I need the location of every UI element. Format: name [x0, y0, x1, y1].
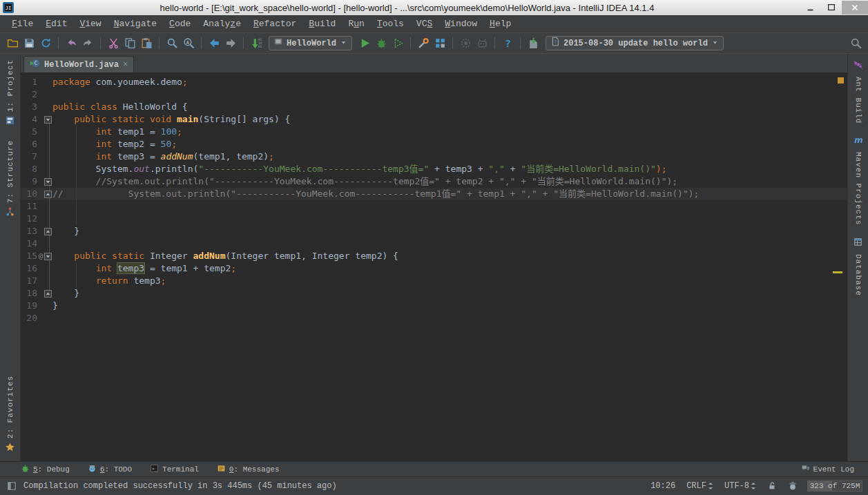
- gutter: 8: [21, 163, 52, 175]
- help-button[interactable]: ?: [499, 35, 516, 52]
- tab-close-icon[interactable]: ×: [123, 61, 128, 69]
- scrollbar-change-mark[interactable]: [833, 271, 842, 273]
- code-line-2[interactable]: 2: [21, 88, 847, 101]
- code-line-6[interactable]: 6 int temp2 = 50;: [21, 138, 847, 151]
- toolwindow-button-6-todo[interactable]: 6: TODO: [88, 464, 132, 475]
- toolwindow-toggle-icon[interactable]: [6, 480, 18, 492]
- unlock-icon[interactable]: [767, 481, 777, 491]
- fold-marker[interactable]: [44, 175, 52, 188]
- code-line-12[interactable]: 12: [21, 213, 847, 225]
- settings-button[interactable]: [415, 35, 432, 52]
- encoding-selector[interactable]: UTF-8: [724, 481, 756, 491]
- menu-edit[interactable]: Edit: [39, 15, 73, 33]
- toolwindow-button-5-debug[interactable]: 5: Debug: [21, 464, 70, 475]
- menu-build[interactable]: Build: [302, 15, 342, 33]
- menu-window[interactable]: Window: [438, 15, 483, 33]
- compare-lines-button[interactable]: 011001: [248, 35, 264, 52]
- gutter: 13: [21, 225, 52, 237]
- redo-button[interactable]: [79, 35, 96, 52]
- code-line-3[interactable]: 3public class HelloWorld {: [21, 101, 847, 113]
- project-structure-button[interactable]: [432, 35, 448, 52]
- menu-view[interactable]: View: [73, 15, 107, 33]
- menu-help[interactable]: Help: [483, 15, 517, 33]
- updown-icon: [708, 482, 713, 490]
- open-folder-button[interactable]: [4, 35, 21, 52]
- vcs-update-button[interactable]: [525, 35, 541, 52]
- menu-vcs[interactable]: VCS: [410, 15, 438, 33]
- code-line-16[interactable]: 16 int temp3 = temp1 + temp2;: [21, 262, 847, 275]
- minimize-button[interactable]: [800, 1, 821, 14]
- maximize-button[interactable]: [821, 1, 842, 14]
- menu-tools[interactable]: Tools: [371, 15, 410, 33]
- code-line-4[interactable]: 4 public static void main(String[] args)…: [21, 113, 847, 126]
- menu-refactor[interactable]: Refactor: [247, 15, 302, 33]
- search-everywhere-button[interactable]: [847, 35, 864, 52]
- toolwindow-button-0-messages[interactable]: 0: Messages: [217, 464, 280, 475]
- code-line-10[interactable]: 10// System.out.println("-----------YouM…: [21, 188, 847, 200]
- copy-button[interactable]: [122, 35, 138, 52]
- paste-button[interactable]: [138, 35, 155, 52]
- menu-run[interactable]: Run: [342, 15, 370, 33]
- fold-marker[interactable]: [44, 287, 52, 300]
- run-button[interactable]: [356, 35, 373, 52]
- find-button[interactable]: [164, 35, 180, 52]
- replace-button[interactable]: A: [180, 35, 197, 52]
- code-line-5[interactable]: 5 int temp1 = 100;: [21, 126, 847, 138]
- menu-code[interactable]: Code: [163, 15, 197, 33]
- code-line-1[interactable]: 1package com.youmeek.demo;: [21, 76, 847, 88]
- cut-button[interactable]: [105, 35, 122, 52]
- editor-tab-helloworld[interactable]: C HelloWorld.java ×: [23, 56, 134, 72]
- vcs-message-value: 2015-08-30 update hello world: [563, 39, 708, 48]
- stripe-button-7-structure[interactable]: 7: Structure: [5, 135, 15, 226]
- code-text: int temp3 = temp1 + temp2;: [52, 262, 847, 275]
- hector-inspections-icon[interactable]: [788, 481, 798, 491]
- undo-button[interactable]: [63, 35, 79, 52]
- line-ending-selector[interactable]: CRLF: [686, 481, 713, 491]
- stripe-button-ant-build[interactable]: Ant Build: [853, 54, 863, 129]
- stripe-button-2-favorites[interactable]: 2: Favorites: [5, 370, 15, 461]
- close-button[interactable]: [842, 1, 868, 14]
- code-line-11[interactable]: 11: [21, 200, 847, 213]
- fold-marker[interactable]: [44, 250, 52, 262]
- menu-navigate[interactable]: Navigate: [108, 15, 163, 33]
- code-text: int temp3 = addNum(temp1, temp2);: [52, 151, 847, 163]
- tool-window-bar: 5: Debug6: TODO>_Terminal0: MessagesEven…: [0, 461, 868, 476]
- code-line-8[interactable]: 8 System.out.println("-----------YouMeek…: [21, 163, 847, 175]
- line-number: 10: [21, 188, 37, 200]
- stripe-button-maven-projects[interactable]: mMaven Projects: [853, 129, 863, 231]
- run-config-combo[interactable]: HelloWorld: [269, 36, 352, 50]
- toolwindow-button-event-log[interactable]: Event Log: [801, 464, 854, 475]
- sync-button[interactable]: [37, 35, 54, 52]
- coverage-button[interactable]: [389, 35, 406, 52]
- code-line-7[interactable]: 7 int temp3 = addNum(temp1, temp2);: [21, 151, 847, 163]
- back-button[interactable]: [206, 35, 222, 52]
- code-line-18[interactable]: 18 }: [21, 287, 847, 300]
- toolwindow-button-terminal[interactable]: >_Terminal: [150, 464, 199, 475]
- fold-marker[interactable]: [44, 188, 52, 200]
- code-line-14[interactable]: 14: [21, 237, 847, 250]
- forward-button[interactable]: [222, 35, 239, 52]
- stripe-button-1-project[interactable]: 1: Project: [5, 54, 15, 135]
- menu-analyze[interactable]: Analyze: [197, 15, 247, 33]
- memory-indicator[interactable]: 323 of 725M: [807, 481, 862, 492]
- code-line-20[interactable]: 20: [21, 312, 847, 324]
- scrollbar-warning-mark[interactable]: [838, 77, 844, 84]
- vcs-message-combo[interactable]: ?2015-08-30 update hello world: [546, 36, 724, 50]
- code-line-15[interactable]: 15@ public static Integer addNum(Integer…: [21, 250, 847, 262]
- fold-marker: [44, 138, 52, 151]
- debug-button[interactable]: [373, 35, 389, 52]
- save-button[interactable]: [21, 35, 37, 52]
- stripe-button-database[interactable]: Database: [853, 231, 863, 302]
- code-line-13[interactable]: 13 }: [21, 225, 847, 237]
- code-editor[interactable]: 1package com.youmeek.demo;23public class…: [21, 73, 847, 461]
- code-line-17[interactable]: 17 return temp3;: [21, 275, 847, 287]
- line-number: 19: [21, 300, 37, 312]
- fold-marker[interactable]: [44, 113, 52, 126]
- menu-file[interactable]: File: [6, 15, 39, 33]
- fold-marker[interactable]: [44, 225, 52, 237]
- code-line-19[interactable]: 19}: [21, 300, 847, 312]
- gutter-mark: [37, 175, 44, 188]
- gutter-mark: [37, 113, 44, 126]
- code-line-9[interactable]: 9 //System.out.println("-----------YouMe…: [21, 175, 847, 188]
- database-icon: [853, 237, 863, 251]
